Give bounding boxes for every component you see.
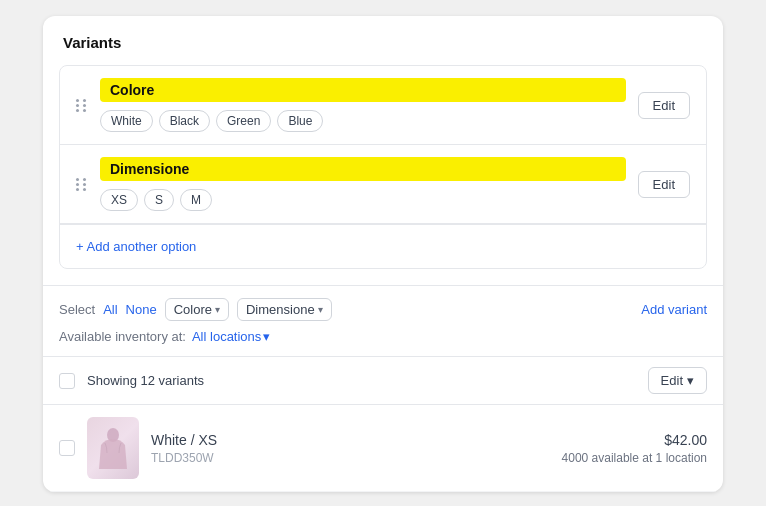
product-image-placeholder bbox=[87, 417, 139, 479]
variant-content-dimensione: Dimensione XS S M bbox=[100, 157, 626, 211]
card-title: Variants bbox=[43, 16, 723, 65]
option-tag-blue: Blue bbox=[277, 110, 323, 132]
select-bar: Select All None Colore ▾ Dimensione ▾ Ad… bbox=[43, 298, 723, 329]
product-stock: 4000 available at 1 location bbox=[562, 451, 707, 465]
option-tag-white: White bbox=[100, 110, 153, 132]
product-sku: TLDD350W bbox=[151, 451, 550, 465]
dimensione-chevron-icon: ▾ bbox=[318, 304, 323, 315]
select-label: Select bbox=[59, 302, 95, 317]
product-row-white-xs: White / XS TLDD350W $42.00 4000 availabl… bbox=[43, 405, 723, 492]
variants-card: Variants Colore White Black Green Blue bbox=[43, 16, 723, 492]
option-tag-xs: XS bbox=[100, 189, 138, 211]
option-tag-green: Green bbox=[216, 110, 271, 132]
product-price: $42.00 bbox=[562, 432, 707, 448]
variant-name-dimensione: Dimensione bbox=[100, 157, 626, 181]
variant-row-colore: Colore White Black Green Blue Edit bbox=[60, 66, 706, 145]
inventory-bar: Available inventory at: All locations ▾ bbox=[43, 329, 723, 356]
dimensione-filter-dropdown[interactable]: Dimensione ▾ bbox=[237, 298, 332, 321]
inventory-location-label: All locations bbox=[192, 329, 261, 344]
product-name: White / XS bbox=[151, 432, 550, 448]
colore-chevron-icon: ▾ bbox=[215, 304, 220, 315]
add-option-row: + Add another option bbox=[60, 224, 706, 268]
variant-options-dimensione: XS S M bbox=[100, 189, 626, 211]
drag-handle-dimensione[interactable] bbox=[76, 178, 88, 191]
inventory-location-link[interactable]: All locations ▾ bbox=[192, 329, 270, 344]
bulk-edit-button[interactable]: Edit ▾ bbox=[648, 367, 707, 394]
showing-label: Showing 12 variants bbox=[87, 373, 636, 388]
select-all-checkbox[interactable] bbox=[59, 373, 75, 389]
option-tag-black: Black bbox=[159, 110, 210, 132]
product-image bbox=[87, 417, 139, 479]
colore-filter-dropdown[interactable]: Colore ▾ bbox=[165, 298, 229, 321]
option-tag-m: M bbox=[180, 189, 212, 211]
dimensione-filter-label: Dimensione bbox=[246, 302, 315, 317]
variants-section: Colore White Black Green Blue Edit bbox=[59, 65, 707, 269]
edit-button-colore[interactable]: Edit bbox=[638, 92, 690, 119]
drag-handle-colore[interactable] bbox=[76, 99, 88, 112]
product-checkbox[interactable] bbox=[59, 440, 75, 456]
select-none-link[interactable]: None bbox=[126, 302, 157, 317]
variant-options-colore: White Black Green Blue bbox=[100, 110, 626, 132]
colore-filter-label: Colore bbox=[174, 302, 212, 317]
select-all-link[interactable]: All bbox=[103, 302, 117, 317]
inventory-prefix: Available inventory at: bbox=[59, 329, 186, 344]
variant-content-colore: Colore White Black Green Blue bbox=[100, 78, 626, 132]
variant-name-colore: Colore bbox=[100, 78, 626, 102]
product-info: White / XS TLDD350W bbox=[151, 432, 550, 465]
inventory-location-chevron: ▾ bbox=[263, 329, 270, 344]
variant-row-dimensione: Dimensione XS S M Edit bbox=[60, 145, 706, 224]
bulk-edit-label: Edit bbox=[661, 373, 683, 388]
add-option-button[interactable]: + Add another option bbox=[76, 239, 196, 254]
bulk-edit-chevron-icon: ▾ bbox=[687, 373, 694, 388]
product-price-info: $42.00 4000 available at 1 location bbox=[562, 432, 707, 465]
add-variant-button[interactable]: Add variant bbox=[641, 302, 707, 317]
option-tag-s: S bbox=[144, 189, 174, 211]
edit-button-dimensione[interactable]: Edit bbox=[638, 171, 690, 198]
section-divider bbox=[43, 285, 723, 286]
table-header: Showing 12 variants Edit ▾ bbox=[43, 356, 723, 405]
